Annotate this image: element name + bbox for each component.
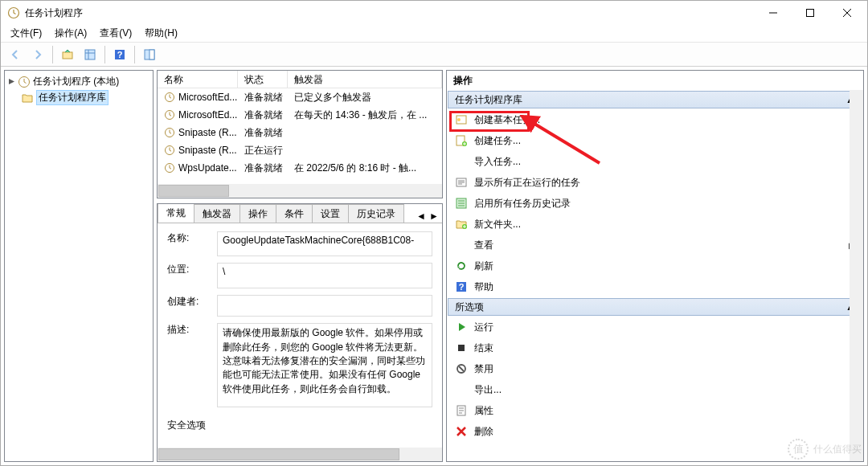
task-status: 准备就绪	[238, 107, 288, 124]
center-column: 名称 状态 触发器 MicrosoftEd...准备就绪已定义多个触发器Micr…	[157, 70, 443, 462]
detail-name-field[interactable]: GoogleUpdateTaskMachineCore{688B1C08-	[217, 231, 432, 256]
action-label: 新文件夹...	[474, 218, 521, 231]
tab-settings[interactable]: 设置	[312, 204, 349, 223]
action-label: 查看	[474, 239, 493, 252]
action-label: 刷新	[474, 260, 493, 273]
task-trigger: 在每天的 14:36 - 触发后，在 ...	[288, 107, 442, 124]
action-create-basic[interactable]: 创建基本任务...	[447, 109, 863, 130]
tab-scroll-left-icon[interactable]: ◄	[415, 210, 428, 223]
action-show-running[interactable]: 显示所有正在运行的任务	[447, 172, 863, 193]
table-row[interactable]: WpsUpdate...准备就绪在 2022/5/6 的 8:16 时 - 触.…	[158, 159, 442, 177]
title-bar: 任务计划程序	[1, 1, 867, 25]
play-icon	[455, 321, 468, 333]
refresh-icon	[455, 260, 468, 272]
toolbar-pane-toggle-button[interactable]	[140, 45, 159, 64]
tab-actions[interactable]: 操作	[240, 204, 276, 223]
tree-root-item[interactable]: 任务计划程序 (本地)	[6, 74, 151, 89]
table-row[interactable]: MicrosoftEd...准备就绪在每天的 14:36 - 触发后，在 ...	[158, 106, 442, 124]
task-list-scrollbar[interactable]	[158, 184, 442, 198]
toolbar-details-button[interactable]	[80, 45, 100, 64]
watermark-icon: 值	[788, 439, 809, 460]
tree-library-label: 任务计划程序库	[36, 90, 108, 105]
svg-text:?: ?	[117, 50, 123, 59]
action-label: 导出...	[474, 383, 502, 397]
actions-pane: 操作 任务计划程序库 ▲ 创建基本任务...创建任务...导入任务...显示所有…	[446, 70, 864, 462]
tree-pane: 任务计划程序 (本地) 任务计划程序库	[4, 70, 154, 462]
action-view[interactable]: 查看▶	[447, 235, 863, 255]
tab-triggers[interactable]: 触发器	[194, 204, 240, 223]
maximize-button[interactable]	[792, 1, 829, 25]
action-import[interactable]: 导入任务...	[447, 151, 863, 172]
action-create-task[interactable]: 创建任务...	[447, 130, 863, 151]
actions-pane-scrollbar[interactable]	[850, 90, 863, 461]
task-trigger: 已定义多个触发器	[288, 89, 442, 106]
toolbar-up-button[interactable]	[58, 45, 77, 64]
svg-rect-1	[807, 10, 814, 17]
client-area: 任务计划程序 (本地) 任务计划程序库 名称 状态 触发器 MicrosoftE…	[1, 67, 867, 465]
tree-library-item[interactable]: 任务计划程序库	[19, 89, 151, 106]
column-header-status[interactable]: 状态	[238, 71, 288, 88]
tab-conditions[interactable]: 条件	[276, 204, 313, 223]
toolbar-help-button[interactable]: ?	[110, 45, 129, 64]
toolbar-forward-button[interactable]	[28, 45, 47, 64]
action-run[interactable]: 运行	[447, 317, 863, 337]
table-row[interactable]: Snipaste (R...正在运行	[158, 141, 442, 159]
action-new-folder[interactable]: 新文件夹...	[447, 214, 863, 235]
table-row[interactable]: MicrosoftEd...准备就绪已定义多个触发器	[158, 88, 442, 106]
clock-icon	[164, 109, 175, 121]
detail-author-field	[217, 295, 432, 317]
listview-header: 名称 状态 触发器	[158, 71, 442, 88]
task-status: 准备就绪	[238, 160, 288, 177]
toolbar-back-button[interactable]	[6, 45, 25, 64]
action-refresh[interactable]: 刷新	[447, 255, 863, 276]
help-icon: ?	[455, 280, 468, 293]
column-header-trigger[interactable]: 触发器	[288, 71, 442, 88]
menu-bar: 文件(F) 操作(A) 查看(V) 帮助(H)	[1, 25, 867, 43]
task-trigger	[288, 131, 442, 134]
detail-desc-field[interactable]: 请确保使用最新版的 Google 软件。如果停用或删除此任务，则您的 Googl…	[217, 323, 432, 407]
clock-icon	[164, 92, 175, 103]
menu-view[interactable]: 查看(V)	[93, 25, 138, 42]
tree-expander-icon[interactable]	[8, 78, 15, 85]
action-end[interactable]: 结束	[447, 337, 863, 358]
action-export[interactable]: 导出...	[447, 379, 863, 400]
task-name: Snipaste (R...	[178, 145, 237, 156]
tab-history[interactable]: 历史记录	[348, 204, 404, 223]
table-row[interactable]: Snipaste (R...准备就绪	[158, 124, 442, 141]
action-properties[interactable]: 属性	[447, 400, 863, 421]
watermark: 值 什么值得买	[788, 439, 862, 460]
close-button[interactable]	[829, 1, 866, 25]
task-detail-pane: 常规 触发器 操作 条件 设置 历史记录 ◄ ► 名称: GoogleUpdat…	[157, 203, 443, 462]
task-name: WpsUpdate...	[178, 162, 237, 174]
actions-section-selected[interactable]: 所选项 ▲	[448, 298, 862, 316]
action-label: 启用所有任务历史记录	[474, 197, 571, 211]
toolbar-separator	[134, 46, 135, 63]
task-status: 正在运行	[238, 142, 288, 159]
task-trigger	[288, 149, 442, 152]
action-label: 帮助	[474, 280, 493, 294]
action-disable[interactable]: 禁用	[447, 358, 863, 379]
minimize-button[interactable]	[755, 1, 792, 25]
blank-icon	[455, 383, 468, 396]
menu-help[interactable]: 帮助(H)	[138, 25, 184, 42]
toolbar-separator	[52, 46, 53, 63]
action-enable-history[interactable]: 启用所有任务历史记录	[447, 193, 863, 214]
detail-security-header: 安全选项	[167, 419, 432, 439]
toolbar: ?	[1, 43, 867, 67]
action-help[interactable]: ?帮助	[447, 276, 863, 297]
blank-icon	[455, 155, 468, 168]
task-list-pane: 名称 状态 触发器 MicrosoftEd...准备就绪已定义多个触发器Micr…	[157, 70, 443, 198]
new-task-icon	[455, 134, 468, 147]
watermark-text: 什么值得买	[813, 443, 862, 456]
action-label: 创建基本任务...	[474, 113, 540, 127]
tab-general[interactable]: 常规	[158, 204, 194, 223]
action-label: 导入任务...	[474, 155, 521, 169]
menu-action[interactable]: 操作(A)	[48, 25, 93, 42]
window-title: 任务计划程序	[25, 6, 755, 20]
menu-file[interactable]: 文件(F)	[4, 25, 48, 42]
task-listview: 名称 状态 触发器 MicrosoftEd...准备就绪已定义多个触发器Micr…	[158, 71, 442, 184]
column-header-name[interactable]: 名称	[158, 71, 238, 88]
tab-scroll-right-icon[interactable]: ►	[428, 210, 440, 223]
actions-section-library[interactable]: 任务计划程序库 ▲	[448, 91, 862, 108]
detail-scrollbar[interactable]	[158, 448, 442, 461]
